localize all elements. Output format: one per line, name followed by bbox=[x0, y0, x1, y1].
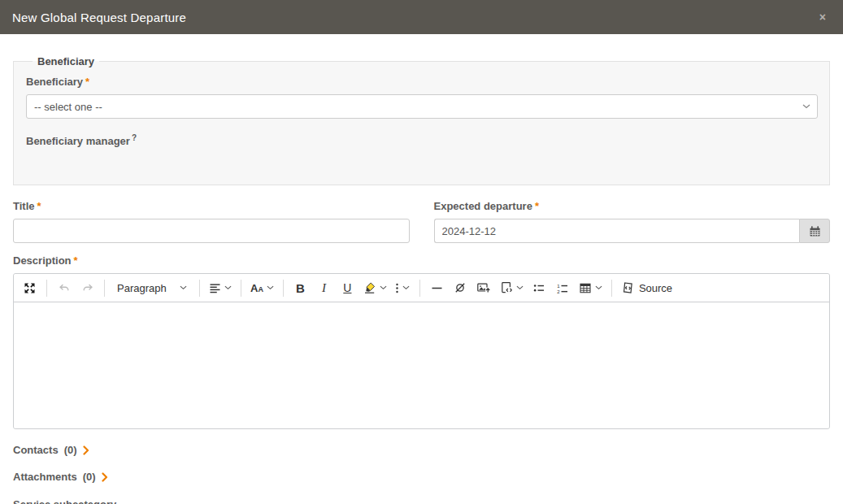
expected-departure-field: Expected departure* bbox=[434, 200, 831, 243]
source-icon bbox=[621, 281, 635, 294]
service-subcategory-label: Service subcategory bbox=[13, 498, 830, 504]
modal-title: New Global Request Departure bbox=[12, 11, 186, 24]
toolbar-separator bbox=[419, 280, 420, 297]
insert-image-icon[interactable] bbox=[473, 277, 495, 299]
insert-html-icon[interactable] bbox=[497, 277, 527, 299]
beneficiary-select[interactable]: -- select one -- bbox=[26, 94, 818, 119]
chevron-down-icon bbox=[402, 285, 410, 290]
title-departure-row: Title* Expected departure* bbox=[13, 200, 830, 243]
redo-icon[interactable] bbox=[76, 277, 98, 299]
svg-text:2: 2 bbox=[558, 289, 561, 293]
required-asterisk: * bbox=[85, 76, 89, 88]
title-field: Title* bbox=[13, 200, 410, 243]
beneficiary-field: Beneficiary* -- select one -- bbox=[26, 76, 818, 119]
beneficiary-manager-label: Beneficiary manager? bbox=[26, 133, 818, 147]
beneficiary-legend: Beneficiary bbox=[33, 55, 99, 67]
fullscreen-icon[interactable] bbox=[19, 277, 41, 299]
description-field: Description* bbox=[13, 254, 830, 429]
source-button[interactable]: Source bbox=[618, 277, 676, 299]
svg-text:1: 1 bbox=[558, 283, 561, 288]
chevron-down-icon bbox=[180, 285, 187, 290]
chevron-down-icon bbox=[267, 285, 274, 290]
modal-body: Beneficiary Beneficiary* -- select one -… bbox=[0, 34, 843, 504]
insert-table-icon[interactable] bbox=[576, 277, 606, 299]
toolbar-separator bbox=[104, 280, 105, 297]
toolbar-separator bbox=[199, 280, 200, 297]
contacts-section-toggle[interactable]: Contacts (0) bbox=[13, 444, 89, 456]
expected-departure-input[interactable] bbox=[434, 219, 800, 243]
calendar-button[interactable] bbox=[799, 219, 830, 243]
beneficiary-label: Beneficiary* bbox=[26, 76, 818, 88]
required-asterisk: * bbox=[535, 200, 539, 212]
chevron-right-icon bbox=[83, 445, 89, 455]
highlight-icon[interactable] bbox=[360, 277, 390, 299]
beneficiary-fieldset: Beneficiary Beneficiary* -- select one -… bbox=[13, 55, 830, 185]
heading-dropdown[interactable]: Paragraph bbox=[111, 277, 193, 299]
close-icon[interactable]: × bbox=[815, 10, 831, 24]
help-question-mark: ? bbox=[132, 133, 137, 142]
toolbar-separator bbox=[611, 280, 612, 297]
numbered-list-icon[interactable]: 1 2 bbox=[552, 277, 574, 299]
undo-icon[interactable] bbox=[53, 277, 75, 299]
toolbar-separator bbox=[283, 280, 284, 297]
required-asterisk: * bbox=[74, 254, 78, 267]
link-icon[interactable] bbox=[450, 277, 471, 299]
chevron-down-icon bbox=[595, 285, 602, 290]
attachments-section-toggle[interactable]: Attachments (0) bbox=[13, 471, 108, 483]
underline-icon[interactable]: U bbox=[337, 277, 358, 299]
required-asterisk: * bbox=[37, 200, 41, 212]
show-more-items-icon[interactable] bbox=[392, 277, 414, 299]
modal-header: New Global Request Departure × bbox=[0, 0, 843, 34]
editor-toolbar: Paragraph AA bbox=[14, 274, 829, 302]
chevron-right-icon bbox=[102, 472, 108, 482]
toolbar-separator bbox=[46, 280, 47, 297]
chevron-down-icon bbox=[224, 285, 232, 290]
font-size-icon[interactable]: AA bbox=[247, 277, 277, 299]
expected-departure-label: Expected departure* bbox=[434, 200, 831, 212]
description-editor-content[interactable] bbox=[14, 302, 829, 428]
bold-icon[interactable]: B bbox=[289, 277, 311, 299]
chevron-down-icon bbox=[380, 285, 387, 290]
text-alignment-icon[interactable] bbox=[206, 277, 235, 299]
italic-icon[interactable]: I bbox=[313, 277, 335, 299]
bulleted-list-icon[interactable] bbox=[528, 277, 550, 299]
rich-text-editor: Paragraph AA bbox=[13, 273, 830, 429]
calendar-icon bbox=[809, 225, 821, 237]
chevron-down-icon bbox=[516, 285, 524, 290]
title-input[interactable] bbox=[13, 219, 410, 243]
horizontal-line-icon[interactable] bbox=[426, 277, 448, 299]
title-label: Title* bbox=[13, 200, 410, 212]
toolbar-separator bbox=[241, 280, 241, 297]
description-label: Description* bbox=[13, 254, 830, 267]
